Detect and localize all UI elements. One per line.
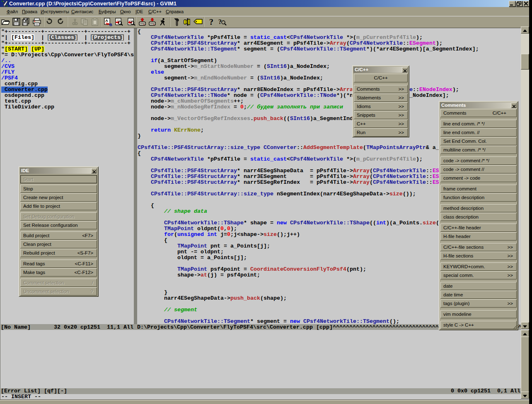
svg-text:B: B xyxy=(109,22,112,26)
svg-text:?: ? xyxy=(218,18,222,25)
svg-text:A: A xyxy=(105,18,108,23)
svg-text:im: im xyxy=(4,4,7,7)
svg-text:?: ? xyxy=(209,18,213,26)
